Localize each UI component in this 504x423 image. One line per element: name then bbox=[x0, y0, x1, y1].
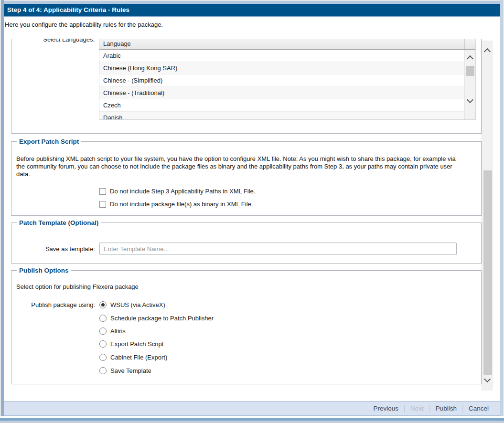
dialog-title-bar: Step 4 of 4: Applicability Criteria - Ru… bbox=[4, 4, 500, 17]
patch-template-title: Patch Template (Optional) bbox=[17, 219, 101, 227]
publish-options-description: Select option for publishing Flexera pac… bbox=[16, 283, 139, 290]
list-item[interactable]: Chinese (Hong Kong SAR) bbox=[99, 62, 464, 74]
radio-button[interactable] bbox=[99, 315, 107, 322]
radio-save-template[interactable]: Save Template bbox=[99, 367, 151, 375]
page-scrollbar-thumb[interactable] bbox=[483, 170, 492, 375]
chevron-up-icon[interactable] bbox=[467, 55, 473, 62]
window-frame-right bbox=[500, 0, 504, 416]
chevron-down-icon[interactable] bbox=[484, 376, 491, 382]
list-item[interactable]: Czech bbox=[99, 99, 464, 112]
radio-button[interactable] bbox=[99, 340, 107, 348]
previous-button[interactable]: Previous bbox=[367, 405, 404, 412]
radio-export-patch-script[interactable]: Export Patch Script bbox=[99, 340, 163, 348]
language-column-header[interactable]: Language bbox=[99, 39, 475, 50]
language-list-scrollbar-thumb[interactable] bbox=[466, 66, 474, 76]
radio-label[interactable]: Save Template bbox=[110, 367, 151, 374]
language-list-scrollbar[interactable] bbox=[464, 50, 475, 119]
list-item[interactable]: Arabic bbox=[99, 50, 464, 62]
chevron-down-icon[interactable] bbox=[467, 96, 473, 103]
checkbox-label[interactable]: Do not include package file(s) as binary… bbox=[110, 201, 253, 208]
publish-options-title: Publish Options bbox=[17, 266, 71, 275]
patch-template-group: Patch Template (Optional) Save as templa… bbox=[11, 222, 482, 264]
publish-options-group: Publish Options Select option for publis… bbox=[11, 270, 482, 384]
radio-button[interactable] bbox=[99, 328, 107, 335]
checkbox-row-applicability-paths[interactable]: Do not include Step 3 Applicability Path… bbox=[99, 188, 255, 195]
radio-button[interactable] bbox=[99, 354, 107, 361]
radio-label[interactable]: Export Patch Script bbox=[110, 340, 163, 348]
list-item[interactable]: Chinese - (Traditional) bbox=[99, 87, 464, 99]
list-item[interactable]: Chinese - (Simplified) bbox=[99, 74, 464, 87]
radio-cabinet-file[interactable]: Cabinet File (Export) bbox=[99, 353, 167, 361]
radio-wsus[interactable]: WSUS (via ActiveX) bbox=[99, 301, 165, 309]
window-frame-top bbox=[0, 0, 504, 4]
applicability-paths-checkbox[interactable] bbox=[99, 188, 106, 195]
page-scrollbar[interactable] bbox=[482, 41, 493, 391]
chevron-up-icon[interactable] bbox=[484, 48, 491, 55]
export-patch-script-description: Before publishing XML patch script to yo… bbox=[16, 155, 464, 178]
dialog-title: Step 4 of 4: Applicability Criteria - Ru… bbox=[7, 6, 129, 13]
checkbox-label[interactable]: Do not include Step 3 Applicability Path… bbox=[110, 188, 255, 195]
radio-label[interactable]: Schedule package to Patch Publisher bbox=[110, 315, 214, 322]
publish-package-using-label: Publish package using: bbox=[21, 301, 95, 308]
footer-button-bar: Previous Next Publish Cancel bbox=[4, 401, 500, 416]
language-listbox[interactable]: Language Arabic Chinese (Hong Kong SAR) … bbox=[99, 39, 476, 120]
radio-label[interactable]: Altiris bbox=[110, 328, 126, 335]
radio-altiris[interactable]: Altiris bbox=[99, 327, 126, 335]
export-patch-script-group: Export Patch Script Before publishing XM… bbox=[11, 141, 482, 216]
window-frame-bottom bbox=[0, 416, 504, 423]
package-binary-checkbox[interactable] bbox=[99, 201, 106, 208]
save-as-template-label: Save as template: bbox=[31, 245, 95, 253]
language-header-scroll-cell bbox=[464, 39, 475, 49]
dialog-subtitle: Here you configure the applicability rul… bbox=[5, 21, 163, 28]
template-name-input[interactable] bbox=[99, 243, 457, 255]
list-item[interactable]: Danish bbox=[99, 112, 464, 120]
checkbox-row-package-binary[interactable]: Do not include package file(s) as binary… bbox=[99, 201, 253, 208]
radio-button[interactable] bbox=[99, 367, 107, 374]
scroll-content-viewport: Select Languages: Language Arabic Chines… bbox=[4, 39, 482, 400]
export-patch-script-title: Export Patch Script bbox=[17, 137, 81, 146]
cancel-button[interactable]: Cancel bbox=[463, 405, 494, 412]
select-languages-label: Select Languages: bbox=[23, 39, 95, 43]
radio-schedule-patch-publisher[interactable]: Schedule package to Patch Publisher bbox=[99, 314, 214, 322]
radio-label[interactable]: Cabinet File (Export) bbox=[110, 354, 167, 361]
wizard-dialog: Step 4 of 4: Applicability Criteria - Ru… bbox=[4, 4, 500, 416]
publish-button[interactable]: Publish bbox=[430, 405, 462, 412]
radio-button[interactable] bbox=[99, 301, 107, 308]
window-frame-left bbox=[0, 0, 4, 416]
next-button: Next bbox=[405, 405, 429, 412]
language-column-header-label: Language bbox=[103, 40, 131, 47]
radio-label[interactable]: WSUS (via ActiveX) bbox=[110, 301, 165, 308]
